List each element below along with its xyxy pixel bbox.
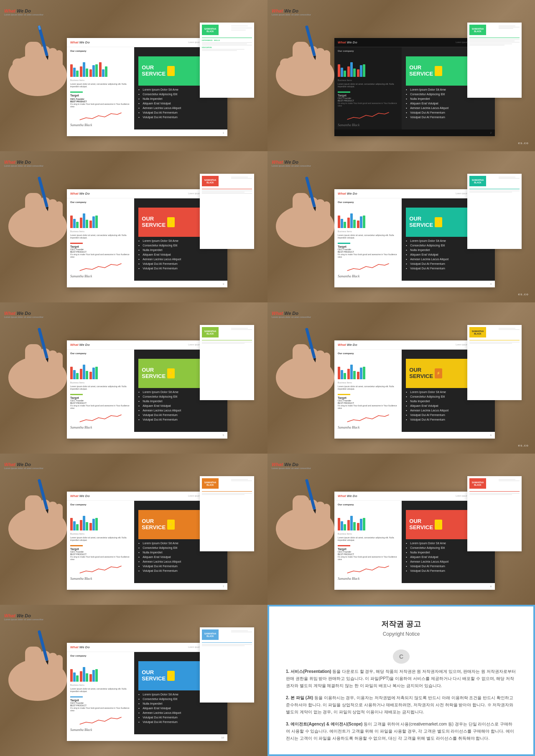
svg-rect-35 (55, 353, 63, 378)
doc-slide-1: SAMANTHABLACK EXPERIENCE SKILLS EDUCATIO… (200, 23, 254, 98)
watermark-4: es.co (518, 292, 529, 296)
watermark-2: es.co (518, 141, 529, 145)
cell-9: What We Do Lorem ipsum dolor sit amet co… (0, 605, 268, 756)
cell-3: What We Do Lorem ipsum dolor sit amet co… (0, 151, 268, 302)
overlay-what-we-do-2: What We Do Lorem ipsum dolor sit amet co… (272, 8, 311, 16)
svg-rect-1 (25, 42, 42, 84)
svg-rect-5 (13, 58, 27, 84)
doc-slide-8: SAMANTHABLACK (467, 476, 522, 551)
copyright-body: 1. 서비스(Presentation) 등을 다운로드 할 경우, 해당 작품… (286, 668, 517, 742)
cell-4: What We Do Lorem ipsum dolor sit amet co… (268, 151, 535, 302)
line-chart-1 (70, 109, 131, 122)
main-grid: What We Do Lorem ipsum dolor sit amet co… (0, 0, 535, 756)
svg-rect-46 (25, 495, 42, 537)
svg-rect-49 (55, 504, 63, 529)
overlay-what-we-do-8: What We Do Lorem ipsum dolor sit amet co… (272, 462, 311, 469)
svg-rect-13 (323, 50, 330, 75)
doc-slide-3: SAMANTHABLACK (200, 174, 254, 249)
svg-rect-18 (25, 193, 42, 235)
cell-8: What We Do Lorem ipsum dolor sit amet co… (268, 454, 535, 605)
doc-slide-9: SAMANTHABLACK (200, 627, 254, 703)
doc-slide-5: SAMANTHABLACK (200, 325, 254, 400)
overlay-what-we-do-1: What We Do Lorem ipsum dolor sit amet co… (4, 8, 43, 16)
doc-slide-4: SAMANTHABLACK (467, 174, 522, 249)
cell-6: What We Do Lorem ipsum dolor sit amet co… (268, 302, 535, 454)
svg-rect-56 (323, 504, 330, 529)
cell-2: What We Do Lorem ipsum dolor sit amet co… (268, 0, 535, 151)
copyright-cell: 저작권 공고 Copyright Notice C 1. 서비스(Present… (268, 605, 535, 756)
service-icon-1: ⚡ (167, 66, 175, 76)
cell-7: What We Do Lorem ipsum dolor sit amet co… (0, 454, 268, 605)
overlay-what-we-do-4: What We Do Lorem ipsum dolor sit amet co… (272, 160, 311, 167)
overlay-what-we-do-6: What We Do Lorem ipsum dolor sit amet co… (272, 311, 311, 318)
svg-rect-42 (323, 353, 330, 378)
copyright-logo: C (393, 649, 410, 664)
svg-rect-53 (293, 495, 309, 537)
svg-rect-39 (293, 344, 309, 386)
overlay-what-we-do-9: What We Do Lorem ipsum dolor sit amet co… (4, 613, 43, 621)
cell-1: What We Do Lorem ipsum dolor sit amet co… (0, 0, 268, 151)
svg-rect-28 (323, 201, 330, 226)
overlay-what-we-do-5: What We Do Lorem ipsum dolor sit amet co… (4, 311, 43, 318)
svg-rect-10 (293, 42, 309, 84)
watermark-6: es.co (518, 444, 529, 447)
svg-rect-21 (55, 201, 63, 226)
doc-slide-7: SAMANTHABLACK (200, 476, 254, 551)
svg-rect-60 (25, 647, 42, 688)
svg-rect-32 (25, 344, 42, 386)
svg-rect-25 (293, 193, 309, 235)
cell-5: What We Do Lorem ipsum dolor sit amet co… (0, 302, 268, 454)
svg-rect-14 (280, 58, 295, 84)
overlay-what-we-do-3: What We Do Lorem ipsum dolor sit amet co… (4, 160, 43, 167)
doc-slide-2: SAMANTHABLACK (467, 23, 522, 98)
doc-slide-6: SAMANTHABLACK (467, 325, 522, 400)
svg-rect-63 (55, 655, 63, 680)
copyright-subtitle: Copyright Notice (383, 631, 420, 637)
overlay-what-we-do-7: What We Do Lorem ipsum dolor sit amet co… (4, 462, 43, 469)
copyright-title: 저작권 공고 (381, 619, 421, 629)
svg-rect-4 (55, 50, 63, 75)
